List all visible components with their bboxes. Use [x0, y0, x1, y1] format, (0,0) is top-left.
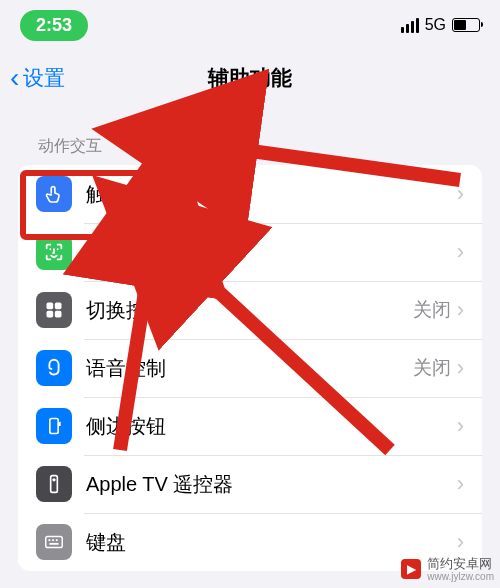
svg-rect-0 — [47, 303, 54, 310]
row-value: 关闭 — [413, 355, 451, 381]
svg-rect-2 — [47, 311, 54, 318]
nav-bar: ‹ 设置 辅助功能 — [0, 50, 500, 106]
watermark-title: 简约安卓网 — [427, 557, 494, 571]
network-label: 5G — [425, 16, 446, 34]
section-header: 动作交互 — [0, 106, 500, 165]
chevron-right-icon: › — [457, 239, 464, 265]
svg-rect-6 — [51, 476, 58, 493]
svg-rect-11 — [56, 539, 58, 541]
settings-list: 触控 › 面容ID与注视 › 切换控制 关闭 › 语音控制 关闭 › 侧边按钮 … — [18, 165, 482, 571]
svg-point-7 — [52, 478, 55, 481]
switch-control-icon — [36, 292, 72, 328]
row-side-button[interactable]: 侧边按钮 › — [18, 397, 482, 455]
chevron-right-icon: › — [457, 355, 464, 381]
row-label: 语音控制 — [86, 355, 413, 382]
back-button[interactable]: ‹ 设置 — [0, 64, 65, 92]
row-apple-tv-remote[interactable]: Apple TV 遥控器 › — [18, 455, 482, 513]
svg-rect-4 — [50, 419, 58, 434]
status-time: 2:53 — [20, 10, 88, 41]
svg-rect-8 — [46, 537, 63, 548]
row-faceid[interactable]: 面容ID与注视 › — [18, 223, 482, 281]
row-touch[interactable]: 触控 › — [18, 165, 482, 223]
remote-icon — [36, 466, 72, 502]
row-voice-control[interactable]: 语音控制 关闭 › — [18, 339, 482, 397]
signal-icon — [401, 18, 419, 33]
row-label: 侧边按钮 — [86, 413, 457, 440]
chevron-right-icon: › — [457, 297, 464, 323]
svg-rect-12 — [49, 543, 58, 545]
svg-rect-9 — [49, 539, 51, 541]
battery-icon — [452, 18, 480, 32]
chevron-left-icon: ‹ — [10, 64, 19, 92]
row-label: Apple TV 遥控器 — [86, 471, 457, 498]
svg-rect-5 — [59, 422, 61, 426]
faceid-icon — [36, 234, 72, 270]
chevron-right-icon: › — [457, 413, 464, 439]
page-title: 辅助功能 — [208, 64, 292, 92]
watermark: ▶ 简约安卓网 www.jylzw.com — [401, 557, 494, 582]
row-label: 切换控制 — [86, 297, 413, 324]
touch-icon — [36, 176, 72, 212]
row-value: 关闭 — [413, 297, 451, 323]
status-bar: 2:53 5G — [0, 0, 500, 50]
side-button-icon — [36, 408, 72, 444]
svg-rect-1 — [55, 303, 62, 310]
row-label: 键盘 — [86, 529, 457, 556]
row-label: 触控 — [86, 181, 457, 208]
watermark-url: www.jylzw.com — [427, 571, 494, 582]
row-label: 面容ID与注视 — [86, 239, 457, 266]
voice-control-icon — [36, 350, 72, 386]
keyboard-icon — [36, 524, 72, 560]
back-label: 设置 — [23, 64, 65, 92]
row-switch-control[interactable]: 切换控制 关闭 › — [18, 281, 482, 339]
status-indicators: 5G — [401, 16, 480, 34]
chevron-right-icon: › — [457, 529, 464, 555]
chevron-right-icon: › — [457, 181, 464, 207]
chevron-right-icon: › — [457, 471, 464, 497]
watermark-logo-icon: ▶ — [401, 559, 421, 579]
svg-rect-3 — [55, 311, 62, 318]
svg-rect-10 — [52, 539, 54, 541]
